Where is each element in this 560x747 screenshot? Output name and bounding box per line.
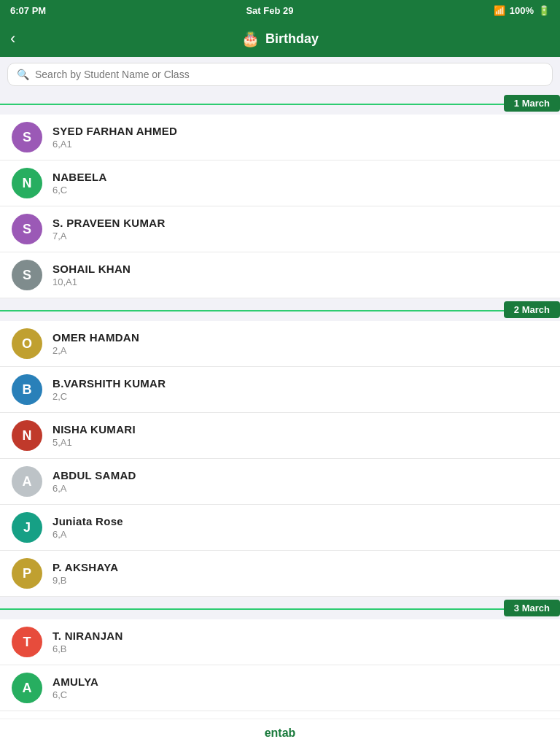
list-item[interactable]: AAMULYA6,C xyxy=(0,665,560,711)
search-bar-container: 🔍 xyxy=(0,57,560,92)
student-name: NABEELA xyxy=(52,171,107,183)
student-info: NABEELA6,C xyxy=(52,171,107,196)
avatar: P xyxy=(12,558,42,589)
list-item[interactable]: TT. NIRANJAN6,B xyxy=(0,619,560,665)
student-info: SYED FARHAN AHMED6,A1 xyxy=(52,125,177,150)
student-class: 6,A xyxy=(52,483,136,494)
student-name: OMER HAMDAN xyxy=(52,331,139,344)
student-info: AMULYA6,C xyxy=(52,676,98,700)
header: ‹ 🎂 Birthday xyxy=(0,20,560,57)
avatar: S xyxy=(12,260,42,290)
student-class: 6,C xyxy=(52,689,98,700)
avatar: A xyxy=(12,466,42,497)
student-info: T. NIRANJAN6,B xyxy=(52,630,123,654)
student-info: S. PRAVEEN KUMAR7,A xyxy=(52,217,166,241)
list-item[interactable]: SS. PRAVEEN KUMAR7,A xyxy=(0,206,560,252)
student-class: 6,C xyxy=(52,185,107,196)
list-item[interactable]: PP. AKSHAYA9,B xyxy=(0,551,560,597)
avatar: S xyxy=(12,214,42,244)
date-header-line xyxy=(0,608,560,610)
avatar: O xyxy=(12,328,42,359)
search-icon: 🔍 xyxy=(17,69,29,80)
birthday-icon: 🎂 xyxy=(241,30,260,47)
student-name: T. NIRANJAN xyxy=(52,630,123,642)
avatar: A xyxy=(12,673,42,703)
search-bar[interactable]: 🔍 xyxy=(7,63,553,86)
date-badge-0: 1 March xyxy=(504,95,560,112)
student-info: OMER HAMDAN2,A xyxy=(52,331,139,356)
student-info: SOHAIL KHAN10,A1 xyxy=(52,263,131,287)
search-input[interactable] xyxy=(35,69,543,80)
avatar: T xyxy=(12,627,42,657)
date-badge-2: 3 March xyxy=(504,600,560,616)
list-item[interactable]: AABDUL SAMAD6,A xyxy=(0,459,560,505)
student-info: Juniata Rose6,A xyxy=(52,515,123,540)
wifi-icon: 📶 xyxy=(494,5,505,16)
status-bar: 6:07 PM Sat Feb 29 📶 100% 🔋 xyxy=(0,0,560,20)
student-class: 2,C xyxy=(52,391,166,402)
list-item[interactable]: NNISHA KUMARI5,A1 xyxy=(0,413,560,459)
student-name: S. PRAVEEN KUMAR xyxy=(52,217,166,229)
student-info: ABDUL SAMAD6,A xyxy=(52,469,136,494)
footer: entab xyxy=(0,719,560,747)
date-header-2: 3 March xyxy=(0,597,560,619)
back-button[interactable]: ‹ xyxy=(10,31,15,47)
avatar: J xyxy=(12,512,42,543)
student-class: 9,B xyxy=(52,575,118,586)
student-name: AMULYA xyxy=(52,676,98,688)
page-title: Birthday xyxy=(265,31,319,47)
student-info: P. AKSHAYA9,B xyxy=(52,561,118,586)
date-header-line xyxy=(0,310,560,311)
student-class: 6,B xyxy=(52,643,123,654)
status-time: 6:07 PM xyxy=(10,5,46,16)
avatar: S xyxy=(12,122,42,152)
student-name: SOHAIL KHAN xyxy=(52,263,131,275)
battery-percentage: 100% xyxy=(510,5,534,16)
status-day: Sat Feb 29 xyxy=(246,5,293,16)
student-class: 2,A xyxy=(52,345,139,356)
student-name: Juniata Rose xyxy=(52,515,123,527)
date-badge-1: 2 March xyxy=(504,301,560,318)
date-header-line xyxy=(0,104,560,105)
avatar: B xyxy=(12,374,42,405)
battery-icon: 🔋 xyxy=(538,5,550,16)
student-name: SYED FARHAN AHMED xyxy=(52,125,177,137)
date-header-1: 2 March xyxy=(0,298,560,321)
student-class: 10,A1 xyxy=(52,276,131,287)
list-item[interactable]: BB.VARSHITH KUMAR2,C xyxy=(0,367,560,413)
content: 1 MarchSSYED FARHAN AHMED6,A1NNABEELA6,C… xyxy=(0,92,560,747)
student-class: 6,A1 xyxy=(52,139,177,150)
student-class: 7,A xyxy=(52,231,166,241)
student-name: ABDUL SAMAD xyxy=(52,469,136,481)
student-name: NISHA KUMARI xyxy=(52,423,136,436)
student-name: B.VARSHITH KUMAR xyxy=(52,377,166,390)
student-class: 5,A1 xyxy=(52,437,136,448)
list-item[interactable]: SSYED FARHAN AHMED6,A1 xyxy=(0,115,560,160)
list-item[interactable]: OOMER HAMDAN2,A xyxy=(0,321,560,367)
student-info: NISHA KUMARI5,A1 xyxy=(52,423,136,448)
list-item[interactable]: SSOHAIL KHAN10,A1 xyxy=(0,252,560,298)
list-item[interactable]: JJuniata Rose6,A xyxy=(0,505,560,551)
student-name: P. AKSHAYA xyxy=(52,561,118,573)
avatar: N xyxy=(12,420,42,451)
date-header-0: 1 March xyxy=(0,92,560,115)
list-item[interactable]: NNABEELA6,C xyxy=(0,160,560,206)
brand-name: entab xyxy=(265,727,296,739)
avatar: N xyxy=(12,168,42,198)
student-info: B.VARSHITH KUMAR2,C xyxy=(52,377,166,402)
student-class: 6,A xyxy=(52,529,123,540)
